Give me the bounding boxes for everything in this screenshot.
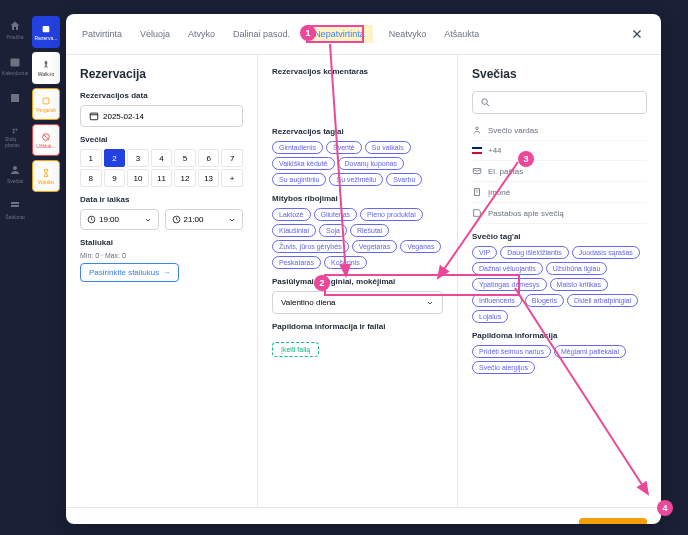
- sidebar-guests[interactable]: Svečiai: [5, 164, 25, 184]
- guest-tag[interactable]: Lojalus: [472, 310, 508, 323]
- guest-search[interactable]: [472, 91, 647, 114]
- reservation-tag[interactable]: Vaikiška kėdutė: [272, 157, 335, 170]
- reservation-tag[interactable]: Šventė: [326, 141, 362, 154]
- tables-info: Min: 0 · Max: 0: [80, 252, 243, 259]
- diet-tag[interactable]: Veganas: [400, 240, 441, 253]
- diet-tag[interactable]: Gliutenas: [314, 208, 358, 221]
- guest-extra-tag[interactable]: Svečio alergijos: [472, 361, 535, 374]
- guest-tag[interactable]: Ypatingas dėmesys: [472, 278, 547, 291]
- tab-pending[interactable]: Pergelsti: [32, 88, 60, 120]
- reservation-tag[interactable]: Gimtadienis: [272, 141, 323, 154]
- guest-count-8[interactable]: 8: [80, 169, 102, 187]
- date-label: Rezervacijos data: [80, 91, 243, 100]
- clock-icon: [172, 215, 181, 224]
- time-from-select[interactable]: 19:00: [80, 209, 159, 230]
- close-button[interactable]: [627, 24, 647, 44]
- guest-tag[interactable]: Užsibūna ilgiau: [546, 262, 607, 275]
- check-icon: ✓: [191, 524, 202, 525]
- diet-label: Mitybos ribojimai: [272, 194, 443, 203]
- modal-footer: Lietuviškai ✓SMS ✓El. paštas Išsaugoti: [66, 507, 661, 524]
- sidebar-templates[interactable]: Šablonai: [5, 200, 25, 220]
- diet-tags: LaktozėGliutenasPieno produktaiKiaušinia…: [272, 208, 443, 269]
- tab-reservation[interactable]: Rezerva...: [32, 16, 60, 48]
- guest-count-2[interactable]: 2: [104, 149, 126, 167]
- guest-email-field[interactable]: El. paštas: [472, 161, 647, 182]
- guest-count-13[interactable]: 13: [198, 169, 220, 187]
- svg-point-16: [476, 127, 479, 129]
- reservation-tag[interactable]: Svarbu: [386, 173, 422, 186]
- guest-count-10[interactable]: 10: [127, 169, 149, 187]
- sms-checkbox[interactable]: ✓SMS: [150, 524, 181, 525]
- diet-tag[interactable]: Kiaušiniai: [272, 224, 316, 237]
- modal-header: Patvirtinta Vėluoja Atvyko Dalinai pasod…: [66, 14, 661, 55]
- annotation-4: 4: [657, 500, 673, 516]
- reservation-tag[interactable]: Su augintiniu: [272, 173, 326, 186]
- save-button[interactable]: Išsaugoti: [579, 518, 647, 524]
- guest-notes-field[interactable]: Pastabos apie svečią: [472, 203, 647, 224]
- guest-count-7[interactable]: 7: [221, 149, 243, 167]
- guest-tag[interactable]: Maisto kritikas: [550, 278, 608, 291]
- calendar-icon: [89, 111, 99, 121]
- diet-tag[interactable]: Soja: [319, 224, 347, 237]
- status-tab-partial[interactable]: Dalinai pasod.: [231, 25, 292, 43]
- building-icon: [472, 187, 482, 197]
- guest-count-1[interactable]: 1: [80, 149, 102, 167]
- guest-tag[interactable]: VIP: [472, 246, 497, 259]
- sidebar-floorplan[interactable]: Stalų planas: [5, 128, 25, 148]
- sidebar-item[interactable]: [5, 92, 25, 112]
- guest-count-12[interactable]: 12: [174, 169, 196, 187]
- diet-tag[interactable]: Košerinis: [324, 256, 367, 269]
- reservation-tag[interactable]: Dovanų kuponas: [338, 157, 405, 170]
- guest-tag[interactable]: Blogeris: [525, 294, 564, 307]
- guest-tag[interactable]: Influenceris: [472, 294, 522, 307]
- email-checkbox[interactable]: ✓El. paštas: [191, 524, 240, 525]
- diet-tag[interactable]: Vegetaras: [352, 240, 398, 253]
- guest-tag[interactable]: Dideli arbatpinigiai: [567, 294, 638, 307]
- sidebar-home[interactable]: Pradžia: [5, 20, 25, 40]
- status-tab-noshow[interactable]: Neatvyko: [387, 25, 429, 43]
- diet-tag[interactable]: Pieno produktai: [360, 208, 423, 221]
- guest-tag[interactable]: Juodasis sąrašas: [572, 246, 640, 259]
- upload-file-button[interactable]: Įkelti failą: [272, 342, 319, 357]
- date-input[interactable]: 2025-02-14: [80, 105, 243, 127]
- status-tab-cancelled[interactable]: Atšaukta: [442, 25, 481, 43]
- clock-icon: [87, 215, 96, 224]
- guest-extra-tag[interactable]: Mėgiami patiekalai: [554, 345, 626, 358]
- diet-tag[interactable]: Žuvis, jūros gėrybės: [272, 240, 349, 253]
- guest-name-field[interactable]: Svečio vardas: [472, 120, 647, 141]
- guest-count-4[interactable]: 4: [151, 149, 173, 167]
- tables-label: Staliukai: [80, 238, 243, 247]
- guest-tag[interactable]: Dažnai vėluojantis: [472, 262, 543, 275]
- guest-count-+[interactable]: +: [221, 169, 243, 187]
- guest-phone-field[interactable]: +44: [472, 141, 647, 161]
- guest-extra-tag[interactable]: Pridėti šeimos narius: [472, 345, 551, 358]
- select-tables-button[interactable]: Pasirinkite staliukus→: [80, 263, 179, 282]
- guest-count-5[interactable]: 5: [174, 149, 196, 167]
- tab-waitlist[interactable]: Waitlist: [32, 160, 60, 192]
- reservation-tag[interactable]: Su vaikais: [365, 141, 411, 154]
- guest-count-3[interactable]: 3: [127, 149, 149, 167]
- tab-blocked[interactable]: Užblok...: [32, 124, 60, 156]
- guest-company-field[interactable]: Įmonė: [472, 182, 647, 203]
- status-tab-late[interactable]: Vėluoja: [138, 25, 172, 43]
- diet-tag[interactable]: Riešutai: [350, 224, 389, 237]
- status-tab-arrived[interactable]: Atvyko: [186, 25, 217, 43]
- guest-count-6[interactable]: 6: [198, 149, 220, 167]
- tab-walkin[interactable]: Walk-in: [32, 52, 60, 84]
- status-tab-unconfirmed[interactable]: Nepatvirtinta: [306, 25, 373, 43]
- guest-count-9[interactable]: 9: [104, 169, 126, 187]
- guest-count-11[interactable]: 11: [151, 169, 173, 187]
- details-column: Rezervacijos komentaras Rezervacijos tag…: [258, 55, 458, 507]
- svg-rect-12: [90, 113, 98, 120]
- svg-rect-10: [43, 98, 49, 104]
- diet-tag[interactable]: Peskataras: [272, 256, 321, 269]
- reservation-tag[interactable]: Su vežimėliu: [329, 173, 383, 186]
- status-tab-confirmed[interactable]: Patvirtinta: [80, 25, 124, 43]
- guest-tag[interactable]: Daug išleidžiantis: [500, 246, 568, 259]
- chevron-down-icon: [228, 216, 236, 224]
- offer-dropdown[interactable]: Valentino diena: [272, 291, 443, 314]
- diet-tag[interactable]: Laktozė: [272, 208, 311, 221]
- sidebar-calendar[interactable]: Kalendorius: [5, 56, 25, 76]
- time-to-select[interactable]: 21:00: [165, 209, 244, 230]
- search-icon: [480, 97, 491, 108]
